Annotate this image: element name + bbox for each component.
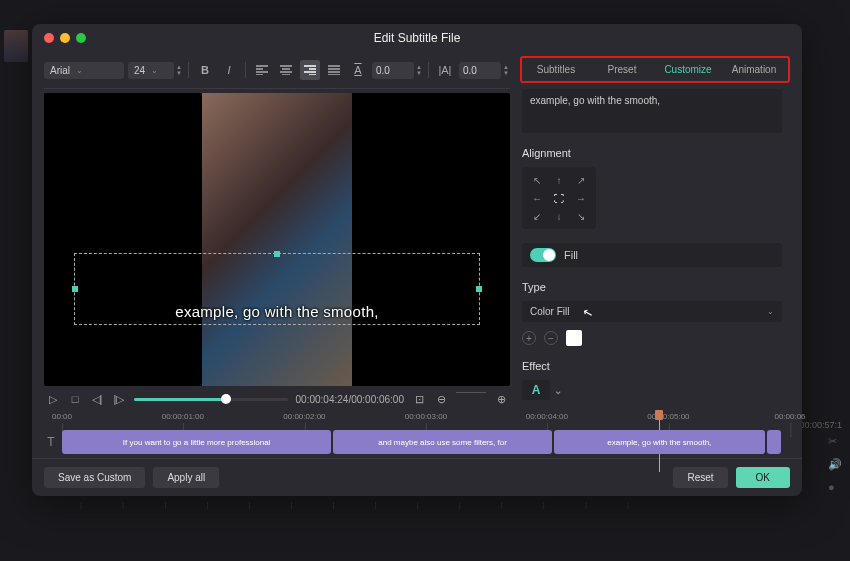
color-controls: + − — [522, 330, 782, 346]
track-clips[interactable]: If you want to go a little more professi… — [62, 430, 790, 454]
color-swatch[interactable] — [566, 330, 582, 346]
subtitle-clip[interactable] — [767, 430, 782, 454]
progress-bar[interactable] — [134, 398, 288, 401]
font-size-select[interactable]: 24 ⌄ — [128, 62, 174, 79]
ruler-mark: 00:00 — [52, 412, 72, 421]
next-frame-button[interactable]: |▷ — [112, 392, 126, 406]
add-color-button[interactable]: + — [522, 331, 536, 345]
subtitle-clip[interactable]: example, go with the smooth, — [554, 430, 765, 454]
align-middle-right[interactable]: → — [572, 191, 590, 205]
align-top-center[interactable]: ↑ — [550, 173, 568, 187]
align-top-right[interactable]: ↗ — [572, 173, 590, 187]
fill-type-select[interactable]: Color Fill ⌄ — [522, 301, 782, 322]
ruler-mark: 00:00:04:00 — [526, 412, 568, 421]
bg-timeline: |||||||||||||| — [0, 500, 850, 560]
play-button[interactable]: ▷ — [46, 392, 60, 406]
bold-button[interactable]: B — [195, 60, 215, 80]
chevron-down-icon: ⌄ — [151, 66, 158, 75]
effect-select[interactable]: A — [522, 380, 550, 400]
align-left-button[interactable] — [252, 60, 272, 80]
fill-label: Fill — [564, 249, 578, 261]
align-bottom-right[interactable]: ↘ — [572, 209, 590, 223]
separator — [188, 62, 189, 78]
ruler-mark: 00:00:01:00 — [162, 412, 204, 421]
save-as-custom-button[interactable]: Save as Custom — [44, 467, 145, 488]
text-letter-button[interactable]: A — [348, 60, 368, 80]
crop-button[interactable]: ⊡ — [412, 392, 426, 406]
line-height-input[interactable] — [459, 62, 501, 79]
line-height-stepper[interactable]: ▲▼ — [503, 65, 509, 76]
zoom-in-button[interactable]: ⊕ — [494, 392, 508, 406]
letter-spacing-input[interactable] — [372, 62, 414, 79]
subtitle-clip[interactable]: If you want to go a little more professi… — [62, 430, 331, 454]
subtitle-text-input[interactable]: example, go with the smooth, — [522, 89, 782, 133]
line-height-icon[interactable]: |A| — [435, 60, 455, 80]
toggle-knob — [543, 249, 555, 261]
fill-toggle-row: Fill — [522, 243, 782, 267]
apply-all-button[interactable]: Apply all — [153, 467, 219, 488]
effect-label: Effect — [522, 360, 782, 372]
subtitle-clip[interactable]: and maybe also use some filters, for — [333, 430, 551, 454]
progress-fill — [134, 398, 226, 401]
clip-text: and maybe also use some filters, for — [378, 438, 507, 447]
subtitle-bounding-box[interactable]: example, go with the smooth, — [74, 253, 480, 325]
time-display: 00:00:04:24/00:00:06:00 — [296, 394, 404, 405]
font-size-stepper[interactable]: ▲▼ — [176, 65, 182, 76]
prev-frame-button[interactable]: ◁| — [90, 392, 104, 406]
bg-thumbnail — [4, 30, 28, 62]
ruler-mark: 00:00:05:00 — [647, 412, 689, 421]
ruler-mark: 00:00:03:00 — [405, 412, 447, 421]
footer: Save as Custom Apply all Reset OK — [32, 458, 802, 496]
ok-button[interactable]: OK — [736, 467, 790, 488]
font-size-value: 24 — [134, 65, 145, 76]
chevron-down-icon: ⌄ — [767, 307, 774, 316]
playback-bar: ▷ □ ◁| |▷ 00:00:04:24/00:00:06:00 ⊡ ⊖ ⊕ — [44, 386, 510, 412]
tab-preset[interactable]: Preset — [590, 60, 654, 79]
bg-time-display: 00:00:57:1 — [799, 420, 842, 430]
letter-spacing-stepper[interactable]: ▲▼ — [416, 65, 422, 76]
font-select[interactable]: Arial ⌄ — [44, 62, 124, 79]
align-middle-left[interactable]: ← — [528, 191, 546, 205]
fill-type-value: Color Fill — [530, 306, 569, 317]
video-frame — [202, 93, 352, 386]
reset-button[interactable]: Reset — [673, 467, 727, 488]
subtitle-track: T If you want to go a little more profes… — [44, 430, 790, 454]
ruler-mark: 00:00:06 — [774, 412, 805, 421]
progress-handle[interactable] — [221, 394, 231, 404]
edit-subtitle-modal: Edit Subtitle File Arial ⌄ 24 ⌄ ▲▼ B I — [32, 24, 802, 496]
video-preview[interactable]: example, go with the smooth, — [44, 93, 510, 386]
customize-panel: example, go with the smooth, Alignment ↖… — [520, 83, 790, 412]
effect-symbol: A — [532, 383, 541, 397]
window-title: Edit Subtitle File — [32, 31, 802, 45]
titlebar: Edit Subtitle File — [32, 24, 802, 52]
align-justify-button[interactable] — [324, 60, 344, 80]
alignment-label: Alignment — [522, 147, 782, 159]
align-bottom-left[interactable]: ↙ — [528, 209, 546, 223]
fill-toggle[interactable] — [530, 248, 556, 262]
resize-handle-top[interactable] — [274, 251, 280, 257]
zoom-slider[interactable] — [456, 392, 486, 406]
align-middle-center[interactable]: ⛶ — [550, 191, 568, 205]
alignment-grid: ↖ ↑ ↗ ← ⛶ → ↙ ↓ ↘ — [522, 167, 596, 229]
italic-button[interactable]: I — [219, 60, 239, 80]
type-label: Type — [522, 281, 782, 293]
playhead-handle[interactable] — [655, 410, 663, 420]
resize-handle-left[interactable] — [72, 286, 78, 292]
stop-button[interactable]: □ — [68, 392, 82, 406]
timeline-ruler[interactable]: 00:00 00:00:01:00 00:00:02:00 00:00:03:0… — [62, 412, 790, 426]
tab-animation[interactable]: Animation — [722, 60, 786, 79]
clip-text: example, go with the smooth, — [607, 438, 711, 447]
align-center-button[interactable] — [276, 60, 296, 80]
tab-customize[interactable]: Customize — [656, 60, 720, 79]
remove-color-button[interactable]: − — [544, 331, 558, 345]
ruler-mark: 00:00:02:00 — [283, 412, 325, 421]
subtitle-text: example, go with the smooth, — [175, 303, 379, 320]
resize-handle-right[interactable] — [476, 286, 482, 292]
align-right-button[interactable] — [300, 60, 320, 80]
align-top-left[interactable]: ↖ — [528, 173, 546, 187]
chevron-down-icon: ⌄ — [76, 66, 83, 75]
clip-text: If you want to go a little more professi… — [123, 438, 271, 447]
zoom-out-button[interactable]: ⊖ — [434, 392, 448, 406]
tab-subtitles[interactable]: Subtitles — [524, 60, 588, 79]
align-bottom-center[interactable]: ↓ — [550, 209, 568, 223]
